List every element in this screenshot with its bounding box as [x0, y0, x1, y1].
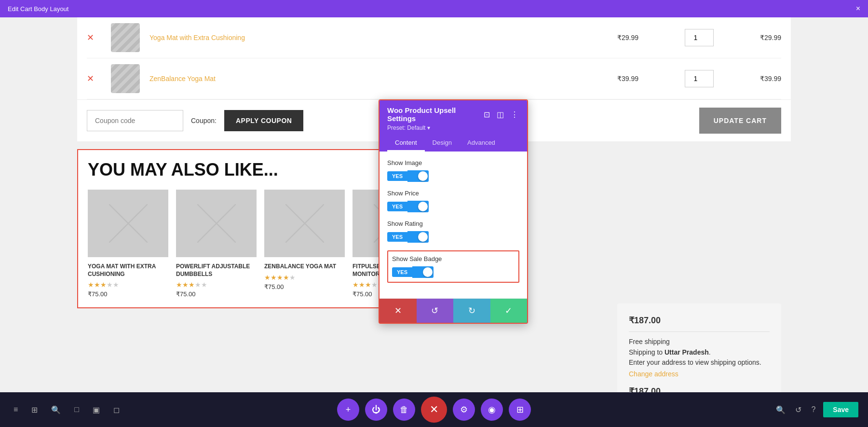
setting-label-show-sale-badge: Show Sale Badge: [392, 255, 515, 262]
right-toolbar: 🔍 ↺ ? Save: [774, 402, 858, 417]
toggle-switch[interactable]: [407, 201, 429, 212]
remove-button[interactable]: ✕: [87, 32, 101, 43]
setting-show-rating: Show Rating YES: [387, 220, 519, 243]
help-icon[interactable]: ?: [809, 403, 817, 416]
panel-cancel-button[interactable]: ✕: [380, 299, 417, 323]
product-name-link[interactable]: Yoga Mat with Extra Cushioning: [149, 34, 608, 41]
subtotal-amount: ₹187.00: [629, 315, 770, 326]
product-price: ₹39.99: [617, 75, 675, 83]
hamburger-icon[interactable]: ≡: [10, 403, 22, 416]
history-button[interactable]: ◉: [481, 399, 503, 421]
close-button[interactable]: ✕: [421, 397, 447, 423]
setting-show-image: Show Image YES: [387, 159, 519, 182]
power-button[interactable]: ⏻: [365, 399, 387, 421]
product-card-image: [88, 190, 168, 257]
toggle-yes-label: YES: [387, 202, 407, 211]
panel-preset[interactable]: Preset: Default ▾: [387, 124, 519, 131]
update-cart-button[interactable]: UPDATE CART: [699, 108, 781, 134]
product-card-price: ₹75.00: [176, 290, 257, 298]
remove-button[interactable]: ✕: [87, 73, 101, 84]
settings-more-icon[interactable]: ⋮: [510, 109, 519, 120]
settings-button[interactable]: ⚙: [453, 399, 475, 421]
order-summary: ₹187.00 Free shipping Shipping to Uttar …: [617, 303, 781, 392]
shipping-address-text: Shipping to Uttar Pradesh. Enter your ad…: [629, 347, 770, 368]
product-image: [111, 23, 140, 52]
coupon-input[interactable]: [87, 110, 183, 131]
center-toolbar: + ⏻ 🗑 ✕ ⚙ ◉ ⊞: [337, 397, 531, 423]
list-item: POWERLIFT ADJUSTABLE DUMBBELLS ★★★★★ ₹75…: [176, 190, 257, 298]
close-icon[interactable]: ×: [856, 4, 860, 13]
tab-advanced[interactable]: Advanced: [460, 135, 503, 152]
product-card-image: [264, 190, 345, 257]
product-name-link[interactable]: ZenBalance Yoga Mat: [149, 75, 608, 83]
apply-coupon-button[interactable]: APPLY COUPON: [224, 110, 303, 131]
shipping-free-label: Free shipping: [629, 338, 770, 345]
table-row: ✕ Yoga Mat with Extra Cushioning ₹29.99 …: [87, 17, 781, 58]
quantity-input[interactable]: [685, 70, 714, 87]
panel-icon-group: ⊡ ◫ ⋮: [483, 109, 519, 120]
panel-redo-button[interactable]: ↻: [453, 299, 490, 323]
toggle-yes-label: YES: [387, 171, 407, 181]
panel-footer: ✕ ↺ ↻ ✓: [380, 298, 527, 323]
list-item: YOGA MAT WITH EXTRA CUSHIONING ★★★★★ ₹75…: [88, 190, 168, 298]
final-total-amount: ₹187.00: [629, 386, 770, 392]
search-icon[interactable]: 🔍: [47, 403, 65, 416]
setting-label-show-rating: Show Rating: [387, 220, 519, 227]
tab-content[interactable]: Content: [387, 135, 425, 152]
product-rating: ★★★★★: [176, 281, 257, 289]
product-card-image: [176, 190, 257, 257]
setting-show-price: Show Price YES: [387, 190, 519, 212]
setting-label-show-image: Show Image: [387, 159, 519, 166]
toggle-show-rating[interactable]: YES: [387, 231, 519, 243]
toggle-yes-label: YES: [392, 267, 412, 277]
panel-title: Woo Product Upsell Settings: [387, 106, 483, 123]
change-address-link[interactable]: Change address: [629, 370, 678, 378]
list-item: ZENBALANCE YOGA MAT ★★★★★ ₹75.00: [264, 190, 345, 298]
panel-header: Woo Product Upsell Settings ⊡ ◫ ⋮ Preset…: [380, 100, 527, 135]
left-toolbar: ≡ ⊞ 🔍 □ ▣ ◻: [10, 403, 123, 416]
settings-panel: Woo Product Upsell Settings ⊡ ◫ ⋮ Preset…: [379, 99, 528, 324]
toggle-show-image[interactable]: YES: [387, 170, 519, 182]
product-card-name: ZENBALANCE YOGA MAT: [264, 263, 345, 271]
product-rating: ★★★★★: [264, 274, 345, 281]
setting-show-sale-badge: Show Sale Badge YES: [387, 250, 519, 283]
quantity-input[interactable]: [685, 29, 714, 46]
toggle-show-sale-badge[interactable]: YES: [392, 266, 515, 278]
title-bar-label: Edit Cart Body Layout: [8, 5, 68, 13]
zoom-icon[interactable]: 🔍: [774, 403, 787, 416]
toggle-yes-label: YES: [387, 232, 407, 242]
main-content: ✕ Yoga Mat with Extra Cushioning ₹29.99 …: [0, 17, 868, 392]
coupon-label: Coupon:: [191, 117, 217, 124]
toggle-switch[interactable]: [407, 231, 429, 243]
product-card-name: POWERLIFT ADJUSTABLE DUMBBELLS: [176, 263, 257, 278]
product-card-price: ₹75.00: [88, 290, 168, 298]
mobile-icon[interactable]: ◻: [109, 403, 123, 416]
panel-confirm-button[interactable]: ✓: [490, 299, 528, 323]
tab-design[interactable]: Design: [425, 135, 460, 152]
product-price: ₹29.99: [617, 34, 675, 41]
product-card-name: YOGA MAT WITH EXTRA CUSHIONING: [88, 263, 168, 278]
layout-button[interactable]: ⊞: [509, 399, 531, 421]
panel-body: Show Image YES Show Price YES: [380, 152, 527, 298]
cart-area: ✕ Yoga Mat with Extra Cushioning ₹29.99 …: [77, 17, 791, 99]
tablet-icon[interactable]: ▣: [89, 403, 104, 416]
settings-layout-icon[interactable]: ◫: [496, 109, 505, 120]
product-rating: ★★★★★: [88, 281, 168, 289]
save-button[interactable]: Save: [823, 402, 858, 417]
delete-button[interactable]: 🗑: [393, 399, 415, 421]
row-subtotal: ₹29.99: [723, 34, 781, 41]
desktop-icon[interactable]: □: [70, 403, 83, 416]
toggle-switch[interactable]: [412, 266, 434, 278]
add-button[interactable]: +: [337, 399, 359, 421]
product-image: [111, 64, 140, 93]
toggle-switch[interactable]: [407, 170, 429, 182]
panel-reset-button[interactable]: ↺: [417, 299, 454, 323]
setting-label-show-price: Show Price: [387, 190, 519, 197]
settings-responsive-icon[interactable]: ⊡: [483, 109, 491, 120]
title-bar: Edit Cart Body Layout ×: [0, 0, 868, 17]
toggle-show-price[interactable]: YES: [387, 201, 519, 212]
table-row: ✕ ZenBalance Yoga Mat ₹39.99 ₹39.99: [87, 58, 781, 99]
grid-icon[interactable]: ⊞: [27, 403, 41, 416]
bottom-toolbar: ≡ ⊞ 🔍 □ ▣ ◻ + ⏻ 🗑 ✕ ⚙ ◉ ⊞ 🔍 ↺ ? Save: [0, 392, 868, 427]
refresh-icon[interactable]: ↺: [793, 403, 803, 416]
